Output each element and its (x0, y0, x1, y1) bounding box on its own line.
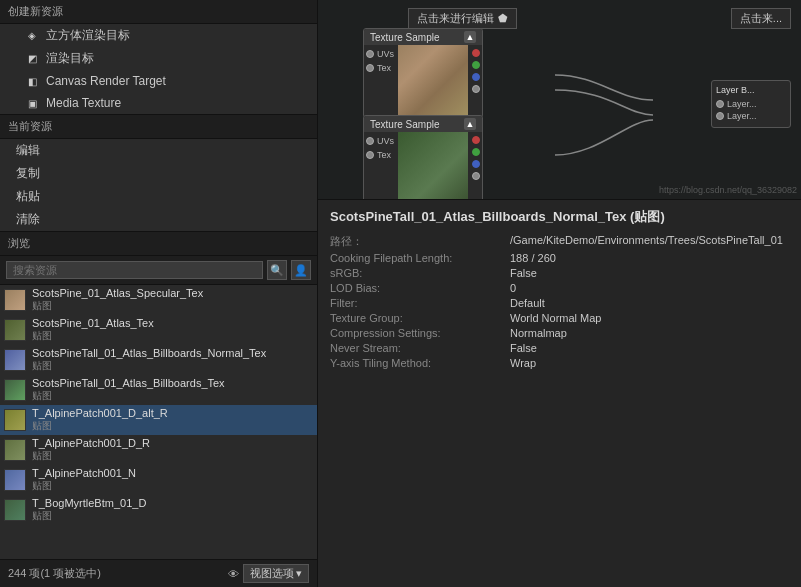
asset-type-alpine-n: 贴图 (32, 479, 136, 493)
asset-name-block-alpine-n: T_AlpinePatch001_N 贴图 (32, 467, 136, 493)
asset-name-bog: T_BogMyrtleBtm_01_D (32, 497, 146, 509)
asset-type-scotspine-specular: 贴图 (32, 299, 203, 313)
out-pin-blue-1 (472, 73, 480, 81)
asset-name-alpine-alt: T_AlpinePatch001_D_alt_R (32, 407, 168, 419)
info-title-suffix: (贴图) (626, 209, 664, 224)
layer-blend-label-1: Layer... (727, 99, 757, 109)
uvs-pin-dot-1 (366, 50, 374, 58)
texture-node-2-body: UVs Tex (364, 132, 482, 200)
asset-item-scotspine-normal[interactable]: ScotsPineTall_01_Atlas_Billboards_Normal… (0, 345, 317, 375)
filter-button[interactable]: 👤 (291, 260, 311, 280)
info-label-filter: Filter: (330, 297, 510, 309)
info-label-compression: Compression Settings: (330, 327, 510, 339)
asset-item-scotspine-atlas[interactable]: ScotsPine_01_Atlas_Tex 贴图 (0, 315, 317, 345)
create-section-title: 创建新资源 (0, 0, 317, 24)
current-section-title: 当前资源 (0, 114, 317, 139)
cube-render-target-icon: ◈ (24, 28, 40, 44)
asset-name-block-scotspine-specular: ScotsPine_01_Atlas_Specular_Tex 贴图 (32, 287, 203, 313)
asset-name-scotspine-billboards: ScotsPineTall_01_Atlas_Billboards_Tex (32, 377, 225, 389)
info-label-cooking: Cooking Filepath Length: (330, 252, 510, 264)
info-value-compression: Normalmap (510, 327, 567, 339)
asset-item-alpine-n[interactable]: T_AlpinePatch001_N 贴图 (0, 465, 317, 495)
out-pin-red-2 (472, 136, 480, 144)
asset-name-scotspine-specular: ScotsPine_01_Atlas_Specular_Tex (32, 287, 203, 299)
tex-label-2: Tex (377, 150, 391, 160)
texture-node-2-input-pins: UVs Tex (364, 132, 396, 200)
expand-icon-top: ⬟ (498, 12, 508, 25)
info-row-cooking: Cooking Filepath Length: 188 / 260 (330, 252, 789, 264)
uvs-pin-row-1: UVs (366, 49, 394, 59)
action-edit[interactable]: 编辑 (0, 139, 317, 162)
info-value-srgb: False (510, 267, 537, 279)
right-panel: 点击来进行编辑 ⬟ 点击来... Layer B... Layer... Lay… (318, 0, 801, 587)
search-button[interactable]: 🔍 (267, 260, 287, 280)
asset-name-alpine-d: T_AlpinePatch001_D_R (32, 437, 150, 449)
menu-item-cube-render-target[interactable]: ◈ 立方体渲染目标 (0, 24, 317, 47)
layer-blend-label-2: Layer... (727, 111, 757, 121)
asset-item-alpine-alt[interactable]: T_AlpinePatch001_D_alt_R 贴图 (0, 405, 317, 435)
texture-node-2-header: Texture Sample ▲ (364, 116, 482, 132)
asset-item-bog[interactable]: T_BogMyrtleBtm_01_D 贴图 (0, 495, 317, 525)
action-copy[interactable]: 复制 (0, 162, 317, 185)
asset-item-alpine-d[interactable]: T_AlpinePatch001_D_R 贴图 (0, 435, 317, 465)
texture-node-2-expand[interactable]: ▲ (464, 118, 476, 130)
texture-preview-2 (398, 132, 468, 200)
click-edit-right-label: 点击来... (740, 12, 782, 24)
action-paste[interactable]: 粘贴 (0, 185, 317, 208)
render-target-icon: ◩ (24, 51, 40, 67)
asset-type-alpine-alt: 贴图 (32, 419, 168, 433)
info-title: ScotsPineTall_01_Atlas_Billboards_Normal… (330, 208, 789, 226)
click-edit-top-button[interactable]: 点击来进行编辑 ⬟ (408, 8, 517, 29)
menu-item-media-texture[interactable]: ▣ Media Texture (0, 92, 317, 114)
asset-thumb-scotspine-atlas (4, 319, 26, 341)
info-row-filter: Filter: Default (330, 297, 789, 309)
info-label-texture-group: Texture Group: (330, 312, 510, 324)
info-row-never-stream: Never Stream: False (330, 342, 789, 354)
info-row-srgb: sRGB: False (330, 267, 789, 279)
info-label-srgb: sRGB: (330, 267, 510, 279)
info-label-path: 路径： (330, 234, 510, 249)
asset-type-scotspine-normal: 贴图 (32, 359, 266, 373)
view-options-button[interactable]: 视图选项 ▾ (243, 564, 309, 583)
texture-node-1-expand[interactable]: ▲ (464, 31, 476, 43)
info-row-path: 路径： /Game/KiteDemo/Environments/Trees/Sc… (330, 234, 789, 249)
menu-item-media-texture-label: Media Texture (46, 96, 121, 110)
asset-name-block-bog: T_BogMyrtleBtm_01_D 贴图 (32, 497, 146, 523)
menu-item-render-target[interactable]: ◩ 渲染目标 (0, 47, 317, 70)
asset-item-scotspine-specular[interactable]: ScotsPine_01_Atlas_Specular_Tex 贴图 (0, 285, 317, 315)
search-input[interactable] (6, 261, 263, 279)
click-edit-right-button[interactable]: 点击来... (731, 8, 791, 29)
asset-thumb-scotspine-normal (4, 349, 26, 371)
uvs-pin-row-2: UVs (366, 136, 394, 146)
texture-node-2[interactable]: Texture Sample ▲ UVs Tex (363, 115, 483, 200)
info-value-cooking: 188 / 260 (510, 252, 556, 264)
texture-node-1[interactable]: Texture Sample ▲ UVs Tex (363, 28, 483, 118)
tex-pin-dot-1 (366, 64, 374, 72)
info-row-lod: LOD Bias: 0 (330, 282, 789, 294)
action-clear[interactable]: 清除 (0, 208, 317, 231)
asset-thumb-scotspine-billboards (4, 379, 26, 401)
left-panel: 创建新资源 ◈ 立方体渲染目标 ◩ 渲染目标 ◧ Canvas Render T… (0, 0, 318, 587)
uvs-label-2: UVs (377, 136, 394, 146)
chevron-down-icon: ▾ (296, 567, 302, 580)
node-graph-area[interactable]: 点击来进行编辑 ⬟ 点击来... Layer B... Layer... Lay… (318, 0, 801, 200)
watermark: https://blog.csdn.net/qq_36329082 (659, 185, 797, 195)
info-value-path: /Game/KiteDemo/Environments/Trees/ScotsP… (510, 234, 783, 249)
asset-name-scotspine-atlas: ScotsPine_01_Atlas_Tex (32, 317, 154, 329)
texture-node-1-header: Texture Sample ▲ (364, 29, 482, 45)
asset-item-scotspine-billboards[interactable]: ScotsPineTall_01_Atlas_Billboards_Tex 贴图 (0, 375, 317, 405)
media-texture-icon: ▣ (24, 95, 40, 111)
search-bar: 🔍 👤 (0, 256, 317, 285)
eye-icon: 👁 (228, 568, 239, 580)
menu-item-canvas-render-target[interactable]: ◧ Canvas Render Target (0, 70, 317, 92)
info-value-never-stream: False (510, 342, 537, 354)
info-row-texture-group: Texture Group: World Normal Map (330, 312, 789, 324)
info-label-y-axis: Y-axis Tiling Method: (330, 357, 510, 369)
layer-blend-pin-1: Layer... (716, 99, 786, 109)
info-value-texture-group: World Normal Map (510, 312, 602, 324)
asset-type-scotspine-atlas: 贴图 (32, 329, 154, 343)
out-pin-alpha-1 (472, 85, 480, 93)
asset-type-scotspine-billboards: 贴图 (32, 389, 225, 403)
canvas-render-target-icon: ◧ (24, 73, 40, 89)
layer-blend-header: Layer B... (716, 85, 786, 95)
